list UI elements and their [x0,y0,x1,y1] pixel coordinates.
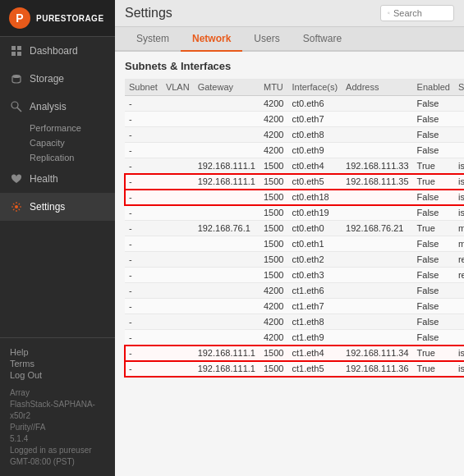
table-row[interactable]: -1500ct0.eth18Falseiscsi [125,190,464,205]
search-input[interactable] [393,8,447,18]
cell-row17-col4: ct1.eth5 [287,361,342,377]
col-interface: Interface(s) [287,79,342,96]
sidebar-item-dashboard[interactable]: Dashboard [0,37,115,65]
table-row[interactable]: -192.168.111.11500ct1.eth4192.168.111.34… [125,346,464,361]
cell-row2-col6: False [413,127,454,143]
sidebar-item-analysis-label: Analysis [30,101,67,112]
cell-row9-col4: ct0.eth1 [287,236,342,252]
cell-row6-col2 [194,190,260,205]
cell-row16-col1 [162,346,194,361]
cell-row4-col4: ct0.eth4 [287,158,342,174]
purity-version: 5.1.4 [10,433,105,445]
cell-row7-col1 [162,205,194,221]
cell-row13-col1 [162,299,194,314]
cell-row1-col6: False [413,112,454,127]
cell-row5-col0: - [125,174,162,190]
footer-help-link[interactable]: Help [10,346,105,358]
interfaces-table: Subnet VLAN Gateway MTU Interface(s) Add… [125,79,464,377]
cell-row5-col2: 192.168.111.1 [194,174,260,190]
cell-row0-col3: 4200 [260,96,287,112]
cell-row4-col5: 192.168.111.33 [342,158,412,174]
sub-item-replication[interactable]: Replication [30,150,115,165]
cell-row4-col0: - [125,158,162,174]
cell-row10-col6: False [413,252,454,268]
cell-row17-col0: - [125,361,162,377]
cell-row11-col4: ct0.eth3 [287,268,342,283]
cell-row1-col3: 4200 [260,112,287,127]
cell-row11-col0: - [125,268,162,283]
table-row[interactable]: -4200ct0.eth7False [125,112,464,127]
svg-point-9 [15,205,18,208]
cell-row1-col7 [454,112,464,127]
table-row[interactable]: -1500ct0.eth3Falsereplication [125,268,464,283]
table-row[interactable]: -4200ct1.eth9False [125,330,464,346]
svg-point-10 [388,12,389,14]
cell-row11-col2 [194,268,260,283]
cell-row15-col0: - [125,330,162,346]
cell-row11-col1 [162,268,194,283]
cell-row14-col5 [342,314,412,330]
table-row[interactable]: -192.168.76.11500ct0.eth0192.168.76.21Tr… [125,221,464,236]
table-row[interactable]: -4200ct0.eth9False [125,143,464,158]
cell-row4-col3: 1500 [260,158,287,174]
sidebar-item-storage[interactable]: Storage [0,65,115,93]
cell-row10-col7: replication [454,252,464,268]
cell-row1-col2 [194,112,260,127]
cell-row10-col4: ct0.eth2 [287,252,342,268]
footer-terms-link[interactable]: Terms [10,358,105,369]
table-row[interactable]: -1500ct0.eth1Falsemanagement [125,236,464,252]
footer-logout-link[interactable]: Log Out [10,369,105,381]
cell-row6-col6: False [413,190,454,205]
cell-row9-col5 [342,236,412,252]
sidebar-item-analysis[interactable]: Analysis [0,93,115,121]
cell-row14-col0: - [125,314,162,330]
cell-row16-col5: 192.168.111.34 [342,346,412,361]
table-row[interactable]: -4200ct1.eth6False [125,283,464,299]
search-box[interactable] [380,5,454,21]
cell-row0-col4: ct0.eth6 [287,96,342,112]
table-row[interactable]: -192.168.111.11500ct0.eth5192.168.111.35… [125,174,464,190]
sidebar-item-dashboard-label: Dashboard [30,45,78,57]
cell-row5-col6: True [413,174,454,190]
tab-users[interactable]: Users [242,27,291,52]
svg-text:P: P [16,11,23,25]
cell-row4-col6: True [413,158,454,174]
table-row[interactable]: -4200ct1.eth8False [125,314,464,330]
cell-row17-col7: iscsi [454,361,464,377]
table-row[interactable]: -4200ct0.eth6False [125,96,464,112]
table-row[interactable]: -1500ct0.eth19Falseiscsi [125,205,464,221]
svg-point-6 [12,75,21,78]
col-gateway: Gateway [194,79,260,96]
tab-network[interactable]: Network [181,27,242,52]
cell-row17-col2: 192.168.111.1 [194,361,260,377]
cell-row8-col7: management [454,221,464,236]
cell-row15-col5 [342,330,412,346]
table-row[interactable]: -4200ct0.eth8False [125,127,464,143]
storage-icon [10,72,23,85]
cell-row4-col2: 192.168.111.1 [194,158,260,174]
table-row[interactable]: -4200ct1.eth7False [125,299,464,314]
table-header-row: Subnet VLAN Gateway MTU Interface(s) Add… [125,79,464,96]
cell-row10-col1 [162,252,194,268]
cell-row11-col5 [342,268,412,283]
cell-row13-col6: False [413,299,454,314]
tab-software[interactable]: Software [292,27,353,52]
table-row[interactable]: -1500ct0.eth2Falsereplication [125,252,464,268]
cell-row2-col1 [162,127,194,143]
cell-row13-col7 [454,299,464,314]
cell-row2-col5 [342,127,412,143]
svg-rect-4 [11,52,16,56]
table-row[interactable]: -192.168.111.11500ct0.eth4192.168.111.33… [125,158,464,174]
cell-row8-col0: - [125,221,162,236]
sidebar-item-settings[interactable]: Settings [0,193,115,221]
sub-item-capacity[interactable]: Capacity [30,135,115,150]
tab-system[interactable]: System [125,27,181,52]
array-model: FlashStack-SAPHANA-x50r2 [10,399,105,422]
table-row[interactable]: -192.168.111.11500ct1.eth5192.168.111.36… [125,361,464,377]
search-icon [388,9,390,17]
sidebar-item-health[interactable]: Health [0,165,115,193]
sub-item-performance[interactable]: Performance [30,121,115,135]
svg-point-7 [11,102,18,108]
cell-row17-col1 [162,361,194,377]
cell-row6-col5 [342,190,412,205]
